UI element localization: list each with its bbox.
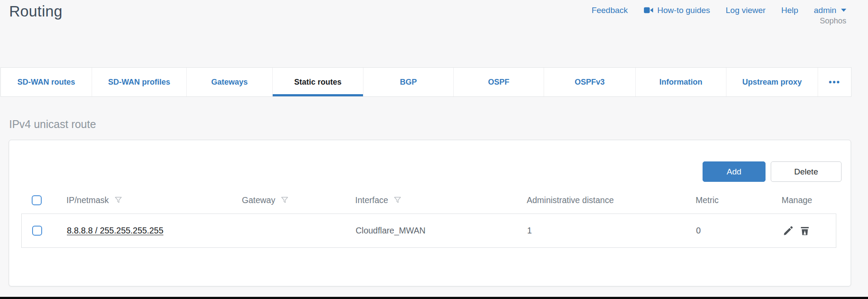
column-header-interface: Interface bbox=[355, 195, 388, 205]
table-row: 8.8.8.8 / 255.255.255.255 Cloudflare_MWA… bbox=[21, 214, 836, 248]
tab-bgp[interactable]: BGP bbox=[363, 68, 454, 96]
user-name: admin bbox=[814, 6, 836, 15]
log-viewer-label: Log viewer bbox=[726, 6, 766, 15]
feedback-label: Feedback bbox=[591, 6, 627, 15]
select-all-checkbox[interactable] bbox=[32, 195, 42, 205]
delete-button[interactable]: Delete bbox=[771, 161, 842, 182]
column-header-manage: Manage bbox=[782, 195, 812, 205]
video-camera-icon bbox=[644, 5, 653, 15]
route-interface-value: Cloudflare_MWAN bbox=[356, 226, 426, 235]
section-title: IPv4 unicast route bbox=[9, 118, 96, 131]
static-routes-card: Add Delete IP/netmask Gateway Interface … bbox=[9, 140, 851, 286]
tab-sdwan-routes[interactable]: SD-WAN routes bbox=[1, 68, 92, 96]
user-menu[interactable]: admin bbox=[814, 6, 846, 15]
tab-ospfv3[interactable]: OSPFv3 bbox=[544, 68, 636, 96]
column-header-metric: Metric bbox=[696, 195, 719, 205]
column-header-ip-netmask: IP/netmask bbox=[66, 195, 109, 205]
brand-label: Sophos bbox=[820, 16, 846, 26]
top-nav: Feedback How-to guides Log viewer Help a… bbox=[591, 5, 846, 15]
table-header-row: IP/netmask Gateway Interface Administrat… bbox=[21, 191, 836, 209]
page-title: Routing bbox=[9, 3, 63, 20]
window-bottom-edge bbox=[0, 297, 868, 299]
route-metric-value: 0 bbox=[696, 226, 701, 235]
tab-ospf[interactable]: OSPF bbox=[454, 68, 544, 96]
help-link[interactable]: Help bbox=[781, 6, 798, 15]
row-checkbox[interactable] bbox=[32, 226, 42, 236]
column-header-administrative-distance: Administrative distance bbox=[527, 195, 614, 205]
column-header-gateway: Gateway bbox=[242, 195, 275, 205]
chevron-down-icon bbox=[841, 9, 846, 12]
route-administrative-distance-value: 1 bbox=[527, 226, 532, 235]
help-label: Help bbox=[781, 6, 798, 15]
delete-trash-icon[interactable] bbox=[799, 225, 811, 237]
filter-icon[interactable] bbox=[114, 196, 123, 205]
tab-sdwan-profiles[interactable]: SD-WAN profiles bbox=[92, 68, 187, 96]
tab-static-routes[interactable]: Static routes bbox=[273, 68, 363, 96]
howto-guides-label: How-to guides bbox=[657, 6, 710, 15]
table-toolbar: Add Delete bbox=[703, 161, 842, 182]
routing-tabbar: SD-WAN routes SD-WAN profiles Gateways S… bbox=[0, 67, 851, 97]
tab-more-menu[interactable]: ••• bbox=[818, 68, 851, 96]
feedback-link[interactable]: Feedback bbox=[591, 6, 627, 15]
route-ip-netmask-link[interactable]: 8.8.8.8 / 255.255.255.255 bbox=[67, 226, 163, 235]
howto-guides-link[interactable]: How-to guides bbox=[644, 5, 710, 15]
row-manage-actions bbox=[761, 225, 811, 237]
log-viewer-link[interactable]: Log viewer bbox=[726, 6, 766, 15]
tab-upstream-proxy[interactable]: Upstream proxy bbox=[726, 68, 818, 96]
tab-gateways[interactable]: Gateways bbox=[187, 68, 273, 96]
add-button[interactable]: Add bbox=[703, 161, 766, 182]
tab-information[interactable]: Information bbox=[636, 68, 726, 96]
filter-icon[interactable] bbox=[393, 196, 402, 205]
edit-pencil-icon[interactable] bbox=[782, 225, 794, 237]
filter-icon[interactable] bbox=[280, 196, 289, 205]
